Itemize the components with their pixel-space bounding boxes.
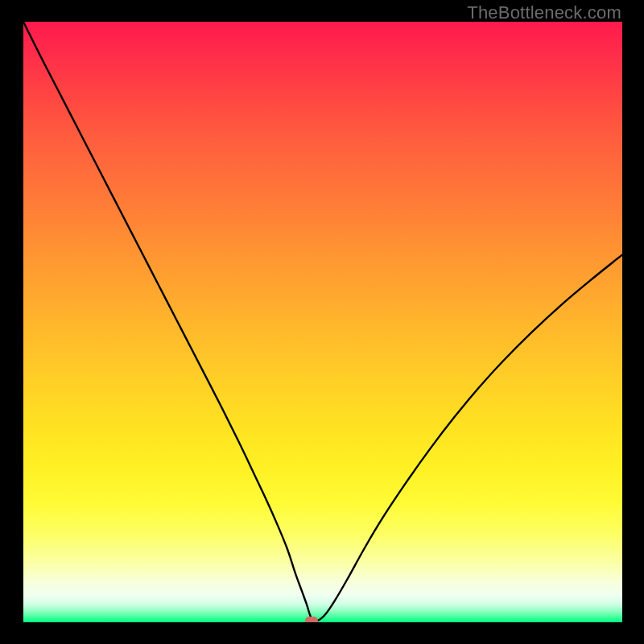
chart-frame: TheBottleneck.com: [0, 0, 644, 644]
optimal-marker: [305, 617, 318, 623]
bottleneck-curve: [23, 22, 622, 622]
watermark-text: TheBottleneck.com: [467, 2, 621, 23]
plot-area: [23, 22, 622, 622]
